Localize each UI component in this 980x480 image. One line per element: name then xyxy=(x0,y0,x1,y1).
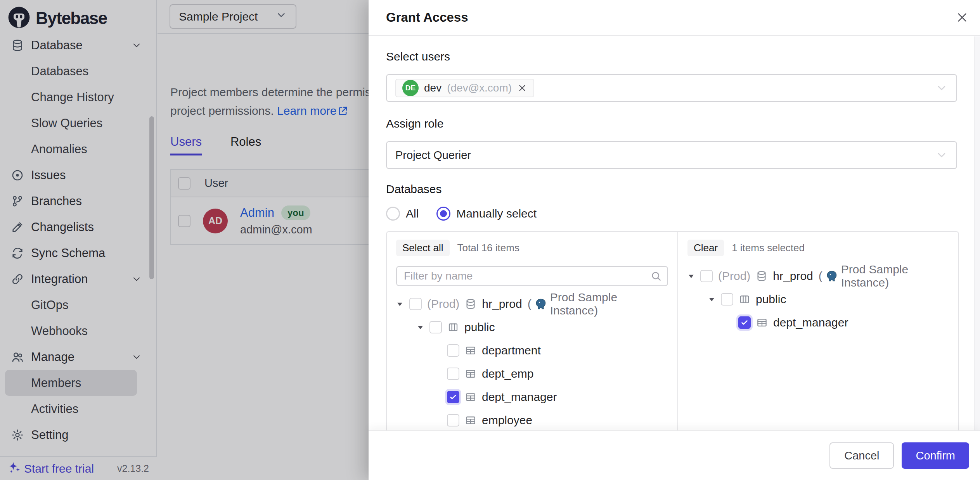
tree-row-hr-prod[interactable]: (Prod) hr_prod (Prod Sample Instance) xyxy=(396,292,668,316)
role-value: Project Querier xyxy=(395,149,471,162)
node-name: hr_prod xyxy=(482,297,522,311)
database-tree-right: (Prod) hr_prod (Prod Sample Instance) pu… xyxy=(687,264,949,334)
node-name: department xyxy=(482,344,541,357)
instance-label: (Prod Sample Instance) xyxy=(819,263,949,289)
tree-row-public[interactable]: public xyxy=(687,288,949,311)
users-select[interactable]: DE dev (dev@x.com) xyxy=(386,74,957,102)
confirm-button[interactable]: Confirm xyxy=(902,442,969,469)
checkbox[interactable] xyxy=(447,414,459,426)
checkbox[interactable] xyxy=(700,270,713,282)
selected-user-chip: DE dev (dev@x.com) xyxy=(395,79,534,97)
remove-user-icon[interactable] xyxy=(517,83,527,93)
filter-input[interactable] xyxy=(396,266,668,286)
bytebase-app: Bytebase Database Databases Change Histo… xyxy=(0,0,980,480)
select-all-button[interactable]: Select all xyxy=(396,240,450,256)
caret-down-icon[interactable] xyxy=(687,273,695,280)
radio-circle[interactable] xyxy=(386,207,400,221)
tree-row-hr-prod[interactable]: (Prod) hr_prod (Prod Sample Instance) xyxy=(687,264,949,288)
tree-row-dept-manager[interactable]: dept_manager xyxy=(396,385,668,409)
radio-manually-select[interactable]: Manually select xyxy=(436,207,537,221)
checkbox[interactable] xyxy=(447,344,459,357)
selected-count: 1 items selected xyxy=(732,242,805,254)
modal-footer: Cancel Confirm xyxy=(369,430,980,480)
modal-backdrop[interactable] xyxy=(0,0,369,480)
checkbox[interactable] xyxy=(409,298,422,310)
postgresql-icon xyxy=(535,298,547,310)
node-name: dept_manager xyxy=(773,316,848,329)
assign-role-label: Assign role xyxy=(386,117,957,131)
node-name: dept_emp xyxy=(482,367,533,380)
database-transfer: Select all Total 16 items (Prod) hr_prod xyxy=(386,231,959,430)
checkbox[interactable] xyxy=(721,293,733,306)
total-count: Total 16 items xyxy=(457,242,519,254)
table-icon xyxy=(465,368,476,380)
modal-scrollbar[interactable] xyxy=(974,36,980,430)
caret-down-icon[interactable] xyxy=(708,296,715,303)
selected-databases-pane: Clear 1 items selected (Prod) hr_prod (P… xyxy=(678,232,958,430)
database-scope-radios: All Manually select xyxy=(386,207,957,221)
clear-button[interactable]: Clear xyxy=(687,240,724,256)
avatar: DE xyxy=(402,80,419,96)
schema-icon xyxy=(739,294,750,305)
available-databases-pane: Select all Total 16 items (Prod) hr_prod xyxy=(387,232,678,430)
tree-row-public[interactable]: public xyxy=(396,316,668,339)
node-name: hr_prod xyxy=(773,269,813,283)
checkbox[interactable] xyxy=(447,368,459,380)
node-name: employee xyxy=(482,414,532,427)
tree-row-dept-emp[interactable]: dept_emp xyxy=(396,362,668,385)
chevron-down-icon xyxy=(935,82,948,94)
radio-all[interactable]: All xyxy=(386,207,419,221)
node-name: dept_manager xyxy=(482,390,557,404)
node-name: public xyxy=(756,293,786,306)
database-tree-left: (Prod) hr_prod (Prod Sample Instance) pu… xyxy=(396,292,668,430)
environment-label: (Prod) xyxy=(718,269,750,283)
database-icon xyxy=(465,298,476,310)
checkbox[interactable] xyxy=(738,316,751,329)
radio-circle[interactable] xyxy=(436,207,450,221)
grant-access-modal: Grant Access Select users DE dev (dev@x.… xyxy=(369,0,980,480)
modal-header: Grant Access xyxy=(369,0,980,36)
node-name: public xyxy=(464,321,495,334)
checkbox[interactable] xyxy=(429,321,442,333)
caret-down-icon[interactable] xyxy=(396,300,404,308)
caret-down-icon[interactable] xyxy=(416,324,424,331)
checkbox[interactable] xyxy=(447,391,459,403)
modal-body: Select users DE dev (dev@x.com) Assign r… xyxy=(369,36,975,430)
modal-title: Grant Access xyxy=(386,10,468,25)
table-icon xyxy=(465,391,476,403)
select-users-label: Select users xyxy=(386,50,957,64)
tree-row-department[interactable]: department xyxy=(396,339,668,362)
role-select[interactable]: Project Querier xyxy=(386,141,957,169)
table-icon xyxy=(756,317,768,328)
cancel-button[interactable]: Cancel xyxy=(829,442,894,469)
close-icon[interactable] xyxy=(956,11,968,24)
instance-label: (Prod Sample Instance) xyxy=(528,291,668,317)
database-icon xyxy=(756,270,767,282)
environment-label: (Prod) xyxy=(427,297,459,311)
table-icon xyxy=(465,414,476,426)
table-icon xyxy=(465,345,476,356)
schema-icon xyxy=(447,321,459,333)
chevron-down-icon xyxy=(935,149,948,161)
postgresql-icon xyxy=(826,270,838,282)
search-icon xyxy=(650,270,662,282)
tree-row-employee[interactable]: employee xyxy=(396,409,668,430)
filter-field xyxy=(396,266,668,286)
tree-row-dept-manager[interactable]: dept_manager xyxy=(687,311,949,334)
databases-label: Databases xyxy=(386,182,957,196)
